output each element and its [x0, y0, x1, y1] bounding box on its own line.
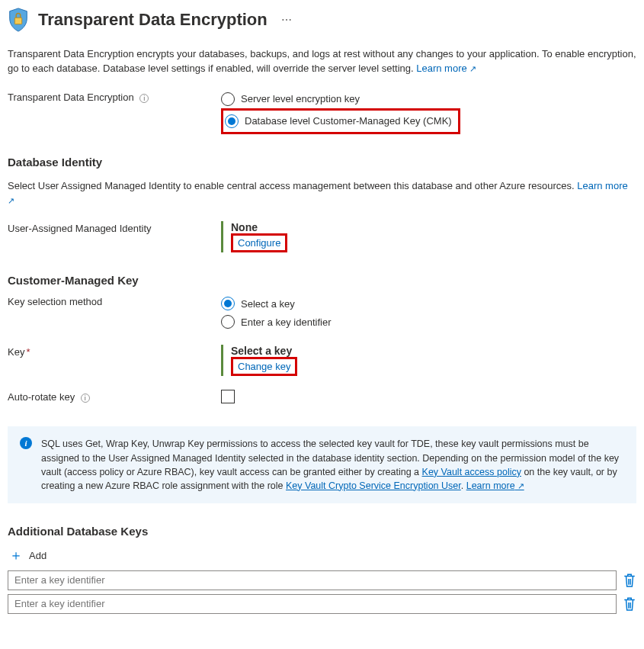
uami-row: User-Assigned Managed Identity None Conf…: [8, 221, 636, 252]
external-link-icon: ↗: [515, 481, 524, 490]
add-label: Add: [29, 550, 46, 561]
configure-link[interactable]: Configure: [238, 237, 280, 249]
delete-icon[interactable]: [623, 596, 636, 612]
autorotate-checkbox[interactable]: [221, 390, 235, 403]
change-key-link[interactable]: Change key: [238, 361, 290, 372]
radio-label: Server level encryption key: [241, 93, 360, 104]
delete-icon[interactable]: [623, 573, 636, 588]
page-title: Transparent Data Encryption: [38, 10, 268, 30]
autorotate-row: Auto-rotate key i: [8, 390, 636, 403]
learn-more-link[interactable]: Learn more ↗: [466, 480, 524, 491]
identity-description: Select User Assigned Managed Identity to…: [8, 179, 636, 208]
key-identifier-input[interactable]: [8, 594, 617, 614]
svg-rect-0: [14, 18, 21, 24]
ksm-label: Key selection method: [8, 294, 221, 307]
kv-crypto-role-link[interactable]: Key Vault Crypto Service Encryption User: [286, 480, 461, 491]
uami-value-block: None Configure: [221, 221, 636, 252]
info-notice: i SQL uses Get, Wrap Key, Unwrap Key per…: [8, 426, 636, 503]
key-label: Key: [8, 346, 24, 358]
highlight-box-cmk: Database level Customer-Managed Key (CMK…: [221, 108, 460, 134]
key-identifier-row: [8, 570, 636, 590]
required-indicator: *: [26, 346, 30, 358]
key-identifier-row: [8, 594, 636, 614]
autorotate-label: Auto-rotate key: [8, 391, 75, 403]
section-database-identity: Database Identity: [8, 156, 636, 169]
radio-label: Select a key: [241, 298, 295, 310]
info-text: SQL uses Get, Wrap Key, Unwrap Key permi…: [41, 437, 624, 493]
highlight-box-change-key: Change key: [231, 357, 297, 376]
key-row: Key* Select a key Change key: [8, 345, 636, 376]
uami-label: User-Assigned Managed Identity: [8, 221, 221, 234]
section-additional-keys: Additional Database Keys: [8, 525, 636, 538]
radio-select-key[interactable]: Select a key: [221, 294, 636, 313]
tde-label: Transparent Data Encryption i: [8, 90, 221, 103]
section-cmk: Customer-Managed Key: [8, 274, 636, 287]
highlight-box-configure: Configure: [231, 233, 287, 252]
radio-database-cmk[interactable]: Database level Customer-Managed Key (CMK…: [225, 112, 452, 130]
page-description: Transparent Data Encryption encrypts you…: [8, 47, 636, 76]
key-identifier-input[interactable]: [8, 570, 617, 590]
plus-icon: ＋: [9, 550, 23, 561]
learn-more-link[interactable]: Learn more ↗: [416, 63, 476, 74]
external-link-icon: ↗: [8, 196, 14, 205]
page-header: Transparent Data Encryption ⋯: [8, 8, 636, 32]
radio-enter-identifier[interactable]: Enter a key identifier: [221, 313, 636, 331]
radio-server-level[interactable]: Server level encryption key: [221, 90, 636, 108]
key-value-block: Select a key Change key: [221, 345, 636, 376]
add-key-button[interactable]: ＋ Add: [8, 545, 636, 566]
radio-label: Enter a key identifier: [241, 316, 332, 328]
key-selection-method-row: Key selection method Select a key Enter …: [8, 294, 636, 331]
key-value: Select a key: [231, 345, 636, 357]
kv-access-policy-link[interactable]: Key Vault access policy: [422, 467, 521, 477]
tde-setting-row: Transparent Data Encryption i Server lev…: [8, 90, 636, 134]
radio-label: Database level Customer-Managed Key (CMK…: [245, 115, 452, 127]
external-link-icon: ↗: [469, 64, 476, 73]
more-menu-icon[interactable]: ⋯: [277, 14, 296, 26]
info-icon[interactable]: i: [139, 94, 149, 103]
uami-value: None: [231, 221, 636, 233]
shield-lock-icon: [8, 8, 29, 32]
info-icon: i: [20, 437, 32, 449]
info-icon[interactable]: i: [81, 394, 90, 403]
